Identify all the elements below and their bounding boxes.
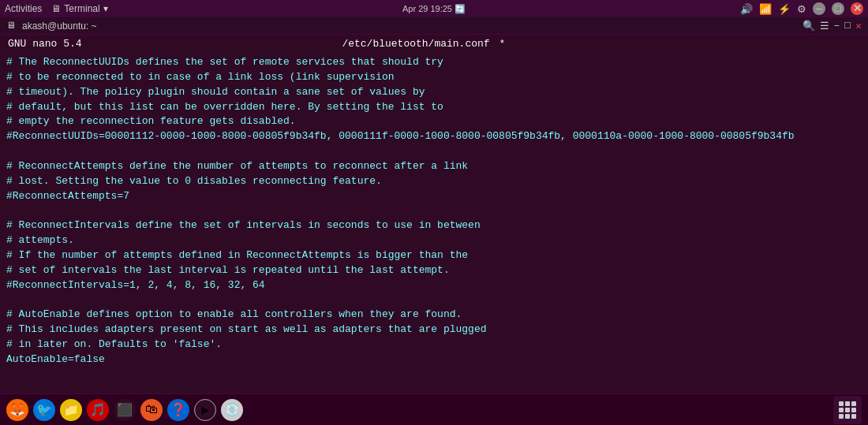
top-bar-left: Activities 🖥 Terminal ▾ <box>5 3 108 14</box>
nano-header: GNU nano 5.4 /etc/bluetooth/main.conf * <box>0 35 868 52</box>
search-icon[interactable]: 🔍 <box>803 20 815 32</box>
settings-icon[interactable]: ⚙ <box>797 3 806 15</box>
app-grid-button[interactable] <box>833 396 862 424</box>
activities-label[interactable]: Activities <box>5 3 42 14</box>
terminal-icon: 🖥 <box>51 3 61 14</box>
modified-indicator: * <box>499 38 505 50</box>
taskbar-app-rhythmbox[interactable]: 🎵 <box>87 399 109 421</box>
close-button[interactable]: ✕ <box>851 2 863 15</box>
taskbar-app-help[interactable]: ❓ <box>167 399 189 421</box>
terminal-dropdown-icon: ▾ <box>103 3 108 14</box>
taskbar-app-disc[interactable]: 💿 <box>221 399 243 421</box>
taskbar-app-files[interactable]: 📁 <box>60 399 82 421</box>
file-path-text: /etc/bluetooth/main.conf <box>342 38 489 50</box>
taskbar-app-terminal[interactable]: ⬛ <box>114 399 136 421</box>
editor-area[interactable]: # The ReconnectUUIDs defines the set of … <box>0 52 868 390</box>
terminal-menu-label: Terminal <box>64 3 99 14</box>
taskbar-app-software[interactable]: 🛍 <box>140 399 163 421</box>
taskbar-app-term-active[interactable]: ▶ <box>194 399 216 421</box>
taskbar-apps: 🦊🐦📁🎵⬛🛍❓▶💿 <box>6 399 829 421</box>
window-icon: 🖥 <box>6 20 16 32</box>
win-maximize-button[interactable]: □ <box>844 20 851 32</box>
window-controls: 🔊 📶 ⚡ ⚙ – □ ✕ <box>740 2 863 15</box>
win-minimize-button[interactable]: – <box>834 20 840 32</box>
network-icon[interactable]: 📶 <box>759 3 772 15</box>
file-path: /etc/bluetooth/main.conf * <box>342 38 505 50</box>
sync-icon: 🔄 <box>455 4 466 13</box>
datetime-display: Apr 29 19:25 🔄 <box>402 4 466 14</box>
win-close-button[interactable]: ✕ <box>855 20 862 32</box>
terminal-menu[interactable]: 🖥 Terminal ▾ <box>51 3 107 14</box>
taskbar: 🦊🐦📁🎵⬛🛍❓▶💿 <box>0 393 868 425</box>
minimize-button[interactable]: – <box>813 2 825 15</box>
top-system-bar: Activities 🖥 Terminal ▾ Apr 29 19:25 🔄 🔊… <box>0 0 868 17</box>
power-icon[interactable]: ⚡ <box>778 3 791 15</box>
volume-icon[interactable]: 🔊 <box>740 3 753 15</box>
taskbar-app-thunderbird[interactable]: 🐦 <box>33 399 55 421</box>
grid-icon <box>839 401 856 419</box>
nano-version: GNU nano 5.4 <box>8 38 82 50</box>
hamburger-icon[interactable]: ☰ <box>820 20 829 32</box>
window-title: akash@ubuntu: ~ <box>22 21 97 32</box>
maximize-button[interactable]: □ <box>832 2 844 15</box>
taskbar-app-firefox[interactable]: 🦊 <box>6 399 28 421</box>
datetime-text: Apr 29 19:25 <box>402 4 452 13</box>
